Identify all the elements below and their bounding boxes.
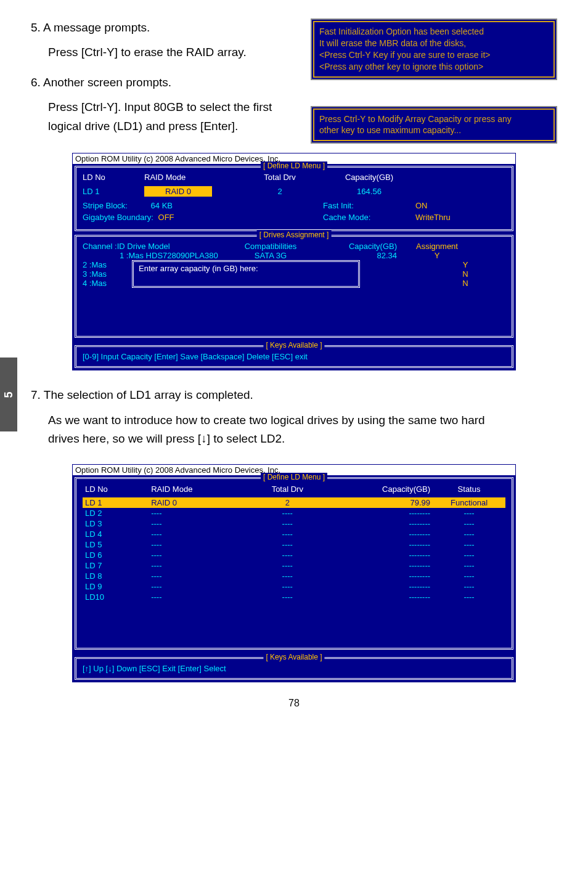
keys-line-2: [↑] Up [↓] Down [ESC] Exit [Enter] Selec… bbox=[83, 664, 505, 673]
cell: ---- bbox=[241, 571, 333, 581]
msg1-l2: It will erase the MBR data of the disks, bbox=[319, 38, 549, 49]
cell: ---- bbox=[241, 529, 333, 539]
cell: ---- bbox=[149, 508, 241, 518]
cell: -------- bbox=[333, 560, 433, 571]
cell: LD 7 bbox=[83, 560, 149, 571]
ld1-mode[interactable]: RAID 0 bbox=[144, 186, 212, 197]
step7-body2: drives here, so we will press [↓] to sel… bbox=[48, 430, 557, 448]
dhdr-assign: Assignment bbox=[397, 242, 477, 251]
table-row[interactable]: LD 6-------------------- bbox=[83, 550, 505, 560]
cell: ---- bbox=[241, 560, 333, 571]
dhdr-model: Channel :ID Drive Model bbox=[83, 242, 224, 251]
cell: LD10 bbox=[83, 592, 149, 602]
dhdr-cap: Capacity(GB) bbox=[317, 242, 397, 251]
hdr2-drv: Total Drv bbox=[241, 484, 333, 497]
table-row[interactable]: LD 4-------------------- bbox=[83, 529, 505, 539]
table-row[interactable]: LD 9-------------------- bbox=[83, 581, 505, 592]
msg1-l1: Fast Initialization Option has been sele… bbox=[319, 26, 549, 38]
cell: ---- bbox=[149, 539, 241, 550]
table-row[interactable]: LD 5-------------------- bbox=[83, 539, 505, 550]
cell: ---- bbox=[241, 550, 333, 560]
cell: 2 bbox=[241, 497, 333, 508]
side-tab: 5 bbox=[0, 358, 17, 431]
drives-assignment-label: [ Drives Assignment ] bbox=[257, 231, 332, 239]
step5-title: 5. A message prompts. bbox=[31, 18, 300, 37]
fast-lbl: Fast Init: bbox=[323, 201, 354, 210]
drive2-ch: 2 :Mas bbox=[83, 260, 129, 269]
ld1-drv: 2 bbox=[237, 187, 323, 196]
drive2-assign: Y bbox=[425, 260, 505, 269]
dhdr-compat: Compatibilities bbox=[224, 242, 317, 251]
drive1-cap: 82.34 bbox=[317, 251, 397, 260]
step7-title: 7. The selection of LD1 array is complet… bbox=[31, 386, 557, 404]
cell: -------- bbox=[333, 592, 433, 602]
table-row[interactable]: LD 2-------------------- bbox=[83, 508, 505, 518]
hdr-ldno: LD No bbox=[83, 173, 144, 182]
cell: LD 8 bbox=[83, 571, 149, 581]
cell: LD 2 bbox=[83, 508, 149, 518]
cell: ---- bbox=[433, 592, 505, 602]
cell: ---- bbox=[149, 571, 241, 581]
msg2-l1: Press Ctrl-Y to Modify Array Capacity or… bbox=[319, 113, 549, 125]
cell: ---- bbox=[433, 550, 505, 560]
cell: LD 5 bbox=[83, 539, 149, 550]
step6-body2: logical drive (LD1) and press [Enter]. bbox=[48, 117, 300, 136]
cell: ---- bbox=[241, 539, 333, 550]
step7-body1: As we want to introduce how to create tw… bbox=[48, 411, 557, 430]
table-row[interactable]: LD 3-------------------- bbox=[83, 518, 505, 529]
hdr2-mode: RAID Mode bbox=[149, 484, 241, 497]
cell: -------- bbox=[333, 539, 433, 550]
cell: ---- bbox=[149, 560, 241, 571]
hdr-totaldrv: Total Drv bbox=[237, 173, 323, 182]
drive3-ch: 3 :Mas bbox=[83, 269, 129, 279]
bios-panel-1: Option ROM Utility (c) 2008 Advanced Mic… bbox=[72, 153, 516, 370]
drive4-assign: N bbox=[425, 279, 505, 288]
stripe-val: 64 KB bbox=[151, 201, 173, 210]
cell: ---- bbox=[241, 518, 333, 529]
drive3-assign: N bbox=[425, 269, 505, 279]
drive4-ch: 4 :Mas bbox=[83, 279, 129, 288]
cell: ---- bbox=[433, 518, 505, 529]
gig-lbl: Gigabyte Boundary: bbox=[83, 213, 153, 222]
cell: ---- bbox=[149, 581, 241, 592]
cell: ---- bbox=[433, 581, 505, 592]
cell: Functional bbox=[433, 497, 505, 508]
keys-line: [0-9] Input Capacity [Enter] Save [Backs… bbox=[83, 352, 505, 361]
message-box-1: Fast Initialization Option has been sele… bbox=[311, 18, 557, 80]
cell: LD 3 bbox=[83, 518, 149, 529]
cell: ---- bbox=[433, 571, 505, 581]
drive1-compat: SATA 3G bbox=[224, 251, 317, 260]
table-row[interactable]: LD 1RAID 0279.99Functional bbox=[83, 497, 505, 508]
drive1-model: 1 :Mas HDS728090PLA380 bbox=[83, 251, 224, 260]
msg1-l4: <Press any other key to ignore this opti… bbox=[319, 61, 549, 73]
cell: -------- bbox=[333, 581, 433, 592]
fast-val: ON bbox=[415, 201, 428, 210]
message-box-2: Press Ctrl-Y to Modify Array Capacity or… bbox=[311, 106, 557, 144]
cell: ---- bbox=[433, 508, 505, 518]
cell: ---- bbox=[149, 592, 241, 602]
table-row[interactable]: LD 7-------------------- bbox=[83, 560, 505, 571]
drive1-assign: Y bbox=[397, 251, 477, 260]
define-ld-label-2: [ Define LD Menu ] bbox=[261, 473, 327, 481]
stripe-lbl: Stripe Block: bbox=[83, 201, 128, 210]
ld1-cap: 164.56 bbox=[323, 187, 415, 196]
hdr-capacity: Capacity(GB) bbox=[323, 173, 415, 182]
keys-available-label-2: [ Keys Available ] bbox=[263, 653, 324, 661]
step5-body: Press [Ctrl-Y] to erase the RAID array. bbox=[48, 43, 300, 62]
cell: -------- bbox=[333, 550, 433, 560]
cell: ---- bbox=[149, 529, 241, 539]
step6-body1: Press [Ctrl-Y]. Input 80GB to select the… bbox=[48, 98, 300, 116]
msg1-l3: <Press Ctrl-Y Key if you are sure to era… bbox=[319, 49, 549, 61]
cell: -------- bbox=[333, 518, 433, 529]
gig-val: OFF bbox=[158, 213, 174, 222]
capacity-input[interactable]: Enter array capacity (in GB) here: bbox=[132, 260, 360, 288]
cell: LD 1 bbox=[83, 497, 149, 508]
keys-available-label: [ Keys Available ] bbox=[263, 341, 324, 349]
table-row[interactable]: LD10-------------------- bbox=[83, 592, 505, 602]
cell: -------- bbox=[333, 529, 433, 539]
page-number: 78 bbox=[31, 698, 557, 709]
define-ld-label: [ Define LD Menu ] bbox=[261, 161, 327, 170]
cell: ---- bbox=[241, 581, 333, 592]
table-row[interactable]: LD 8-------------------- bbox=[83, 571, 505, 581]
cell: ---- bbox=[433, 529, 505, 539]
